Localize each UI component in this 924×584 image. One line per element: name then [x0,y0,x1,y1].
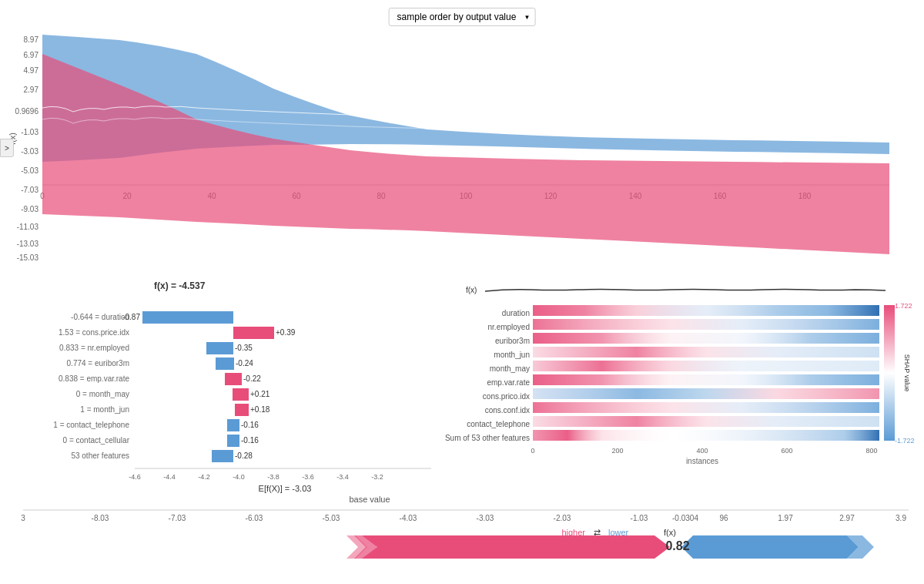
svg-rect-75 [533,361,879,371]
svg-text:+0.21: +0.21 [250,390,270,398]
svg-text:+0.39: +0.39 [276,328,296,337]
svg-text:-0.0304: -0.0304 [672,514,698,522]
svg-text:duration: duration [502,309,530,317]
svg-text:0 = contact_cellular: 0 = contact_cellular [63,436,130,445]
svg-text:600: 600 [781,447,792,455]
svg-text:0 = month_may: 0 = month_may [76,390,129,398]
svg-text:month_jun: month_jun [494,351,530,359]
svg-rect-85 [533,430,879,441]
svg-text:1.97: 1.97 [778,514,793,522]
svg-text:-1.722: -1.722 [895,437,915,445]
svg-text:cons.prico.idx: cons.prico.idx [483,392,530,401]
heatmap-chart: f(x) duration nr.employed euribor3m mont… [462,277,924,493]
svg-text:euribor3m: euribor3m [495,337,530,345]
svg-text:-3.6: -3.6 [302,473,314,481]
svg-text:-2.03: -2.03 [554,514,571,522]
svg-marker-116 [362,535,670,559]
svg-text:-5.03: -5.03 [323,514,340,522]
svg-text:E[f(X)] = -3.03: E[f(X)] = -3.03 [259,484,312,493]
svg-text:Sum of 53 other features: Sum of 53 other features [445,434,530,442]
svg-text:-4.2: -4.2 [198,473,210,481]
svg-text:-3.4: -3.4 [336,473,349,481]
svg-text:-3.2: -3.2 [371,473,383,481]
svg-text:-15.03: -15.03 [17,253,39,262]
svg-text:instances: instances [686,457,718,465]
svg-text:-3.03: -3.03 [21,147,38,156]
svg-text:-0.28: -0.28 [235,451,253,460]
svg-rect-35 [142,311,233,324]
svg-text:-7.03: -7.03 [169,514,186,522]
svg-text:cons.conf.idx: cons.conf.idx [485,406,530,415]
svg-rect-47 [235,404,249,416]
svg-text:base value: base value [349,495,390,504]
svg-text:-0.22: -0.22 [243,374,261,383]
svg-text:SHAP value: SHAP value [903,354,911,391]
svg-text:-3.03: -3.03 [477,514,494,522]
svg-text:-0.87: -0.87 [122,313,140,321]
collapse-button[interactable]: > [0,139,14,157]
svg-text:0.833 = nr.employed: 0.833 = nr.employed [59,344,129,352]
svg-rect-39 [206,342,233,354]
svg-text:-0.35: -0.35 [235,344,253,352]
svg-text:nr.employed: nr.employed [488,323,530,331]
force-arrows-svg: 0.82 [0,532,924,562]
svg-text:-3.8: -3.8 [267,473,280,481]
svg-text:+0.18: +0.18 [250,405,270,414]
svg-rect-92 [884,305,895,441]
svg-text:-7.03: -7.03 [21,186,38,194]
svg-text:month_may: month_may [490,364,530,373]
svg-rect-77 [533,374,879,385]
svg-text:1.722: 1.722 [895,302,912,310]
svg-rect-73 [533,347,879,357]
svg-text:53 other features: 53 other features [71,451,129,460]
svg-text:-1.03: -1.03 [21,128,38,136]
svg-text:0.774 = euribor3m: 0.774 = euribor3m [67,359,129,368]
svg-text:-4.6: -4.6 [129,473,141,481]
svg-text:4.97: 4.97 [24,66,39,75]
svg-rect-51 [227,435,239,447]
svg-text:2.97: 2.97 [24,86,39,94]
bottom-section: f(x) = -4.537 -0.644 = duration 1.53 = c… [0,277,924,584]
svg-text:contact_telephone: contact_telephone [467,420,530,428]
svg-text:0.838 = emp.var.rate: 0.838 = emp.var.rate [59,374,129,383]
svg-text:-4.0: -4.0 [233,473,245,481]
svg-text:8.97: 8.97 [24,35,39,44]
svg-text:0.9696: 0.9696 [15,107,38,116]
svg-text:f(x) = -4.537: f(x) = -4.537 [154,280,206,291]
svg-text:3: 3 [21,514,25,522]
svg-rect-71 [533,333,879,344]
heatmap-svg: f(x) duration nr.employed euribor3m mont… [462,277,909,493]
svg-rect-53 [212,450,233,462]
order-dropdown[interactable]: sample order by output value [389,8,536,26]
svg-rect-45 [233,388,249,401]
dropdown-label: sample order by output value [397,12,517,22]
dropdown-button[interactable]: sample order by output value [389,8,536,26]
svg-text:6.97: 6.97 [24,51,39,59]
svg-rect-69 [533,319,879,330]
svg-marker-119 [681,535,859,559]
svg-rect-83 [533,416,879,427]
svg-text:-0.16: -0.16 [241,436,259,445]
svg-text:-0.644 = duration: -0.644 = duration [71,313,129,321]
svg-rect-81 [533,402,879,413]
svg-text:400: 400 [696,447,708,455]
svg-text:96: 96 [719,514,728,522]
svg-rect-41 [216,357,234,370]
waterfall-svg: f(x) = -4.537 -0.644 = duration 1.53 = c… [0,277,447,493]
top-chart-area: f(x) > 8.97 6.97 4.97 2.97 0.9696 -1.03 … [0,0,924,277]
svg-text:-9.03: -9.03 [21,205,38,213]
svg-text:-8.03: -8.03 [92,514,109,522]
svg-rect-43 [225,373,242,385]
svg-text:1 = contact_telephone: 1 = contact_telephone [53,421,129,429]
svg-text:0.82: 0.82 [665,539,689,552]
svg-text:emp.var.rate: emp.var.rate [487,378,530,387]
svg-text:-1.03: -1.03 [631,514,648,522]
svg-text:3.9: 3.9 [896,514,906,522]
svg-text:-11.03: -11.03 [17,223,39,231]
svg-text:1.53 = cons.price.idx: 1.53 = cons.price.idx [59,328,129,337]
svg-text:2.97: 2.97 [839,514,855,522]
svg-text:-13.03: -13.03 [17,240,39,248]
waterfall-chart: f(x) = -4.537 -0.644 = duration 1.53 = c… [0,277,447,493]
svg-rect-79 [533,388,879,399]
svg-text:-4.03: -4.03 [400,514,417,522]
